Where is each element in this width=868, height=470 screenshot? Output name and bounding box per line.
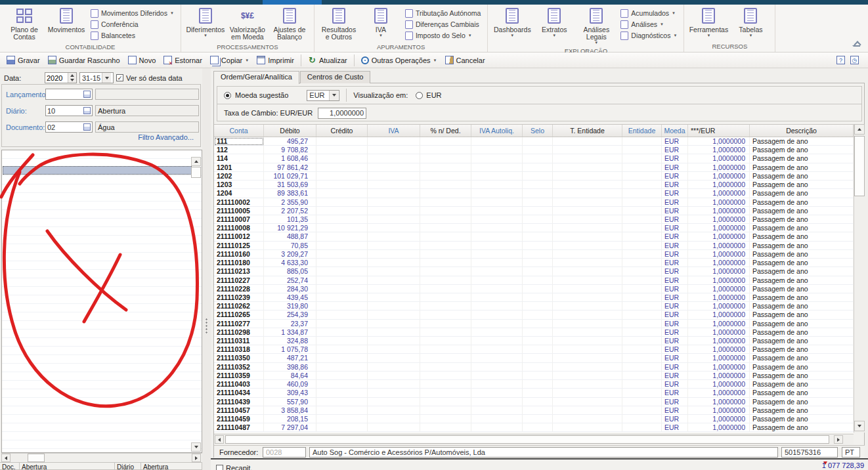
scroll-left-icon[interactable] — [215, 435, 224, 444]
collapse-ribbon-icon[interactable] — [852, 45, 860, 51]
table-row[interactable]: 1129 708,82EUR1,0000000Passagem de ano — [214, 146, 854, 154]
table-row[interactable]: 2111104573 858,84EUR1,0000000Passagem de… — [214, 406, 854, 415]
table-row[interactable]: 2111100052 207,52EUR1,0000000Passagem de… — [214, 207, 854, 215]
table-row[interactable]: 211110227252,74EUR1,0000000Passagem de a… — [214, 276, 854, 285]
column-header-descrio[interactable]: Descrição — [750, 125, 854, 137]
scroll-down-icon[interactable] — [191, 442, 201, 452]
toolbar-button-save-draft[interactable]: Guardar Rascunho — [44, 54, 124, 67]
only-date-checkbox[interactable]: ✓ — [116, 74, 123, 81]
field-code-input[interactable] — [45, 89, 93, 100]
ribbon-button-tables[interactable]: Tabelas▼ — [730, 6, 771, 39]
table-row[interactable]: 21111027723,37EUR1,0000000Passagem de an… — [214, 320, 854, 328]
scroll-up-icon[interactable] — [854, 124, 865, 135]
table-row[interactable]: 211110265254,39EUR1,0000000Passagem de a… — [214, 310, 854, 319]
ribbon-button-movements[interactable]: Movimentos — [46, 6, 87, 35]
table-row[interactable]: 211110434309,43EUR1,0000000Passagem de a… — [214, 389, 854, 397]
tab-centros-de-custo[interactable]: Centros de Custo — [300, 71, 371, 83]
field-code-input[interactable]: 02 — [45, 121, 93, 133]
recapit-checkbox[interactable] — [216, 465, 223, 470]
scroll-left-icon[interactable] — [1, 454, 11, 462]
column-header-eur[interactable]: ***/EUR — [688, 125, 750, 137]
table-vscroll-thumb[interactable] — [854, 136, 865, 196]
advanced-filter-link[interactable]: Filtro Avançado... — [138, 133, 194, 141]
table-row[interactable]: 21111035984,64EUR1,0000000Passagem de an… — [214, 372, 854, 380]
ribbon-button-chart-of-accounts[interactable]: Plano de Contas — [4, 6, 45, 42]
view-eur-radio[interactable] — [416, 92, 423, 99]
exchange-rate-input[interactable]: 1,0000000 — [318, 108, 366, 119]
table-row[interactable]: 2111101603 209,27EUR1,0000000Passagem de… — [214, 250, 854, 259]
ribbon-button-deferred-movements[interactable]: Movimentos Diferidos▼ — [88, 8, 177, 18]
column-header-crdito[interactable]: Crédito — [316, 125, 368, 137]
ribbon-button-accumulated[interactable]: Acumulados▼ — [618, 8, 680, 18]
table-row[interactable]: 211110239439,45EUR1,0000000Passagem de a… — [214, 293, 854, 302]
ribbon-button-deferrals[interactable]: Diferimentos▼ — [185, 6, 226, 39]
year-stepper[interactable] — [45, 72, 77, 83]
lookup-icon[interactable] — [83, 123, 91, 131]
column-header-dbito[interactable]: Débito — [264, 125, 316, 137]
table-row[interactable]: 1202101 029,71EUR1,0000000Passagem de an… — [214, 172, 854, 181]
toolbar-button-refresh[interactable]: ↻Atualizar — [304, 54, 351, 67]
column-header-tentidade[interactable]: T. Entidade — [553, 125, 622, 137]
currency-dropdown[interactable]: EUR — [307, 90, 339, 101]
ribbon-button-stamp-duty[interactable]: Imposto do Selo▼ — [402, 30, 483, 41]
column-header-ivaautoliq[interactable]: IVA Autoliq. — [471, 125, 523, 137]
table-row[interactable]: 120489 383,61EUR1,0000000Passagem de ano — [214, 189, 854, 198]
ribbon-button-autonomous-taxation[interactable]: Tributação Autónoma — [402, 8, 483, 18]
table-row[interactable]: 211110262319,80EUR1,0000000Passagem de a… — [214, 302, 854, 310]
year-down-icon[interactable] — [68, 78, 76, 83]
toolbar-button-copy[interactable]: Copiar▼ — [206, 54, 253, 67]
list-hscrollbar[interactable] — [1, 453, 202, 462]
toolbar-button-cancel[interactable]: Cancelar — [441, 54, 489, 67]
period-dropdown[interactable]: 31-15 — [79, 72, 114, 83]
table-row[interactable]: 211110352398,86EUR1,0000000Passagem de a… — [214, 363, 854, 372]
table-row[interactable]: 2111100022 355,90EUR1,0000000Passagem de… — [214, 198, 854, 207]
table-hscroll-thumb[interactable] — [225, 435, 829, 444]
table-row[interactable]: 21111000810 921,29EUR1,0000000Passagem d… — [214, 224, 854, 232]
table-row[interactable]: 120197 861,42EUR1,0000000Passagem de ano — [214, 163, 854, 172]
splitter-grip-icon[interactable] — [206, 318, 207, 335]
currency-suggestion-radio[interactable] — [224, 92, 231, 99]
column-header-entidade[interactable]: Entidade — [622, 125, 662, 137]
year-input[interactable] — [45, 73, 68, 83]
scroll-up-icon[interactable] — [191, 157, 201, 166]
table-row[interactable]: 211110213885,05EUR1,0000000Passagem de a… — [214, 267, 854, 276]
table-row[interactable]: 211110350487,21EUR1,0000000Passagem de a… — [214, 354, 854, 362]
table-vscrollbar[interactable] — [854, 124, 865, 433]
supplier-name-field[interactable]: Auto Sog - Comércio e Acessórios P/Autom… — [309, 447, 778, 458]
table-row[interactable]: 211110228284,30EUR1,0000000Passagem de a… — [214, 285, 854, 293]
ribbon-button-balance-adjustments[interactable]: Ajustes de Balanço — [269, 6, 310, 42]
scroll-down-icon[interactable] — [854, 421, 865, 431]
table-hscrollbar[interactable] — [214, 434, 854, 444]
column-header-selo[interactable]: Selo — [523, 125, 553, 137]
ribbon-button-trial-balance[interactable]: Balancetes — [88, 30, 177, 41]
ribbon-button-currency-valuation[interactable]: $¥£Valorização em Moeda — [227, 6, 268, 42]
table-row[interactable]: 211110439557,90EUR1,0000000Passagem de a… — [214, 398, 854, 406]
ribbon-button-diagnostics[interactable]: Diagnósticos▼ — [618, 30, 680, 41]
ribbon-button-dashboards[interactable]: Dashboards▼ — [492, 6, 532, 39]
toolbar-button-reverse[interactable]: Estornar — [160, 54, 206, 67]
ribbon-button-results[interactable]: Resultados e Outros — [318, 6, 359, 42]
table-row[interactable]: 2111103181 075,78EUR1,0000000Passagem de… — [214, 345, 854, 354]
ribbon-button-conference[interactable]: Conferência — [88, 19, 177, 30]
ribbon-button-vat[interactable]: IVA▼ — [360, 6, 401, 39]
tab-ordem-geral-analitica[interactable]: Ordem/Geral/Analítica — [213, 71, 299, 84]
table-row[interactable]: 211110012488,87EUR1,0000000Passagem de a… — [214, 232, 854, 241]
column-header-conta[interactable]: Conta — [214, 125, 264, 137]
toolbar-button-print[interactable]: Imprimir — [253, 54, 298, 67]
help-icon[interactable]: ? — [836, 56, 845, 64]
table-row[interactable]: 120331 503,69EUR1,0000000Passagem de ano — [214, 181, 854, 189]
scroll-right-icon[interactable] — [192, 454, 201, 462]
ribbon-button-exchange-differences[interactable]: Diferenças Cambiais — [402, 19, 483, 30]
ribbon-button-analysis[interactable]: Análises▼ — [618, 19, 680, 30]
lookup-icon[interactable] — [83, 91, 91, 98]
table-row[interactable]: 2111101804 633,30EUR1,0000000Passagem de… — [214, 259, 854, 267]
panel-splitter[interactable] — [202, 68, 211, 470]
document-list[interactable] — [1, 150, 202, 453]
table-row[interactable]: 2111104877 297,04EUR1,0000000Passagem de… — [214, 423, 854, 432]
ribbon-button-legal-analysis[interactable]: Análises Legais▼ — [576, 6, 617, 46]
supplier-nif-field[interactable]: 501575316 — [781, 447, 838, 458]
selected-list-row[interactable] — [3, 166, 192, 175]
column-header-moeda[interactable]: Moeda — [662, 125, 688, 137]
column-header-iva[interactable]: IVA — [368, 125, 420, 137]
supplier-code-field[interactable]: 0028 — [263, 447, 306, 458]
